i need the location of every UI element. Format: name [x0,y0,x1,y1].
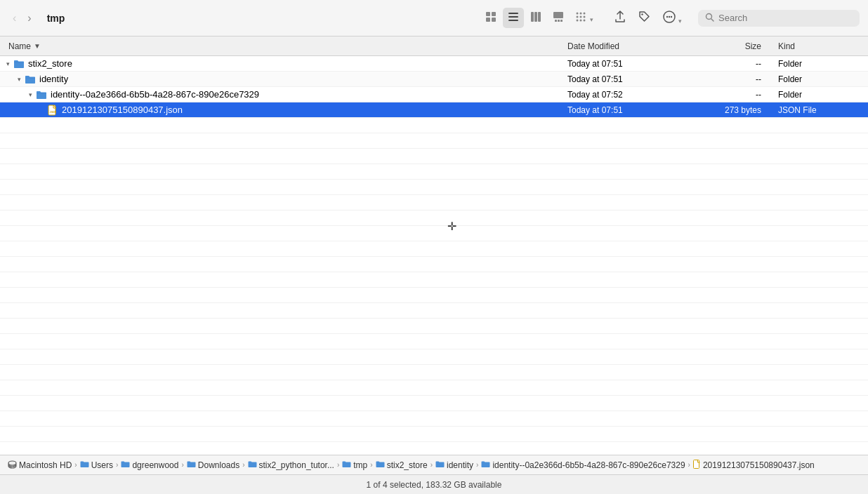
file-icon: JSON [46,105,59,116]
svg-point-15 [580,13,582,15]
empty-row [0,396,868,411]
breadcrumb-item[interactable]: Users [78,460,115,470]
breadcrumb-icon-folder [80,460,89,470]
search-box[interactable] [698,10,860,27]
breadcrumb-separator: › [74,461,77,469]
table-row[interactable]: ▾ identity Today at 07:51 -- Folder [0,72,868,87]
svg-point-25 [666,15,667,17]
breadcrumb-item[interactable]: 20191213075150890437.json [691,460,817,471]
disclosure-triangle[interactable]: ▾ [3,59,13,69]
row-modified: Today at 07:52 [559,90,699,100]
search-icon [705,13,714,24]
svg-point-22 [584,20,586,22]
breadcrumb-label: 20191213075150890437.json [703,460,815,470]
breadcrumb-separator: › [370,461,372,469]
breadcrumb-item[interactable]: Macintosh HD [6,460,74,471]
more-actions-button[interactable]: ▾ [658,7,687,29]
nav-buttons: ‹ › [8,9,36,27]
svg-rect-7 [531,12,534,22]
file-icon [13,58,25,69]
row-size: -- [699,90,770,100]
empty-row [0,272,868,288]
svg-rect-13 [560,20,563,22]
forward-button[interactable]: › [23,9,35,27]
svg-rect-9 [538,12,541,22]
row-kind: Folder [770,59,868,69]
breadcrumb-label: stix2_store [387,460,428,470]
empty-row [0,226,868,241]
col-header-name[interactable]: Name ▼ [0,41,559,51]
svg-text:JSON: JSON [50,110,57,114]
svg-point-14 [577,13,579,15]
empty-row [0,334,868,349]
svg-rect-4 [508,13,518,14]
view-more-button[interactable]: ▾ [570,8,598,28]
sort-arrow-icon: ▼ [34,42,41,50]
breadcrumb-icon-folder [342,460,351,470]
row-kind: Folder [770,90,868,100]
view-gallery-button[interactable] [548,8,569,28]
disclosure-triangle[interactable]: ▾ [25,90,35,100]
grid-icon [485,13,497,25]
toolbar: ‹ › tmp [0,0,868,36]
svg-point-26 [668,15,669,17]
col-header-modified[interactable]: Date Modified [559,41,699,51]
view-controls: ▾ [480,8,598,28]
breadcrumb-item[interactable]: stix2_python_tutor... [246,460,336,470]
svg-rect-2 [486,18,490,22]
empty-row [0,427,868,442]
svg-rect-5 [508,16,518,18]
breadcrumb-item[interactable]: dgreenwood [119,460,180,470]
empty-row [0,195,868,211]
disclosure-triangle[interactable]: ▾ [14,74,24,84]
breadcrumb-separator: › [337,461,339,469]
view-list-button[interactable] [503,8,524,28]
svg-rect-3 [492,18,496,22]
view-columns-button[interactable] [525,8,546,28]
empty-row [0,288,868,303]
row-kind: JSON File [770,105,868,115]
col-header-size[interactable]: Size [699,41,770,51]
col-header-kind[interactable]: Kind [770,41,868,51]
share-icon [614,13,626,25]
breadcrumb-item[interactable]: identity--0a2e366d-6b5b-4a28-867c-890e26… [479,460,687,470]
breadcrumb-item[interactable]: Downloads [185,460,242,470]
tag-button[interactable] [633,7,655,29]
svg-rect-10 [553,12,563,18]
breadcrumb-separator: › [688,461,690,469]
breadcrumb-icon-hd [8,460,17,471]
empty-row [0,164,868,180]
empty-row [0,133,868,149]
svg-rect-12 [558,20,560,22]
breadcrumb-label: stix2_python_tutor... [259,460,334,470]
svg-point-17 [577,16,579,18]
share-button[interactable] [610,7,631,29]
breadcrumb-item[interactable]: stix2_store [374,460,430,470]
empty-row [0,442,868,455]
svg-rect-6 [508,20,518,21]
back-icon: ‹ [13,12,16,24]
svg-point-27 [670,15,671,17]
list-icon [508,13,519,25]
status-text: 1 of 4 selected, 183.32 GB available [367,480,502,490]
breadcrumb-item[interactable]: identity [433,460,475,470]
view-grid-button[interactable] [480,8,501,28]
forward-icon: › [27,12,31,24]
breadcrumb-item[interactable]: tmp [340,460,369,470]
table-row[interactable]: ▾ identity--0a2e366d-6b5b-4a28-867c-890e… [0,87,868,102]
search-input[interactable] [718,13,853,23]
empty-row [0,118,868,133]
dropdown-arrow: ▾ [590,16,593,23]
row-name-cell: JSON 20191213075150890437.json [0,105,559,116]
row-size: -- [699,74,770,84]
table-row[interactable]: JSON 20191213075150890437.json Today at … [0,102,868,118]
back-button[interactable]: ‹ [8,9,20,27]
row-modified: Today at 07:51 [559,74,699,84]
apps-icon [575,13,589,25]
svg-point-20 [577,20,579,22]
svg-point-19 [584,16,586,18]
breadcrumb-label: identity--0a2e366d-6b5b-4a28-867c-890e26… [492,460,685,470]
file-icon [24,74,37,85]
table-row[interactable]: ▾ stix2_store Today at 07:51 -- Folder [0,56,868,72]
svg-rect-0 [486,12,490,16]
